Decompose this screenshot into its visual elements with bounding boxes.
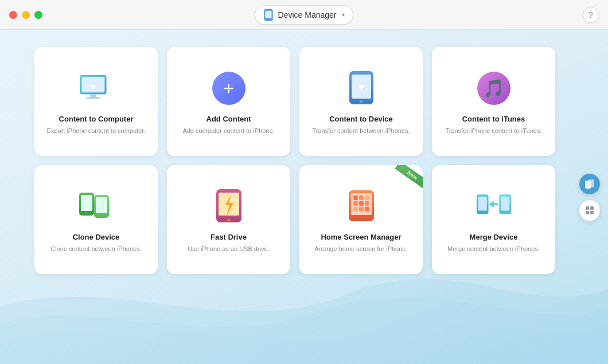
clone-device-icon [78,188,115,225]
card-title: Home Screen Manager [321,233,401,241]
svg-marker-40 [488,201,498,207]
help-button[interactable]: ? [583,7,599,23]
home-screen-icon [343,188,380,225]
card-desc: Transfer iPhone content to iTunes. [446,127,542,135]
svg-rect-13 [81,195,92,211]
card-fast-drive[interactable]: Fast Drive Use iPhone as an USB drive. [167,165,290,274]
card-home-screen-manager[interactable]: New [299,165,423,274]
svg-rect-4 [81,77,104,92]
maximize-button[interactable] [34,11,42,19]
sidebar-right [579,174,600,221]
svg-rect-26 [365,195,369,200]
card-desc: Export iPhone content to computer. [47,127,146,135]
wave-decoration [0,261,608,364]
card-content-to-device[interactable]: Content to Device Transfer content betwe… [299,47,423,156]
main-content: Content to Computer Export iPhone conten… [0,30,608,364]
content-to-itunes-icon: 🎵 [476,70,512,107]
card-title: Clone Device [73,233,120,241]
card-merge-device[interactable]: Merge Device Merge content between iPhon… [432,165,555,274]
svg-rect-25 [359,195,364,200]
traffic-lights [9,11,42,19]
chevron-down-icon: ▾ [342,11,345,18]
content-to-device-icon [343,70,380,107]
close-button[interactable] [9,11,17,19]
svg-point-10 [360,100,363,103]
svg-point-14 [85,212,88,214]
svg-point-36 [481,210,484,213]
svg-rect-43 [586,206,589,210]
phone-icon [263,9,274,21]
content-to-computer-icon [78,70,115,107]
card-title: Content to Computer [59,115,134,123]
card-desc: Transfer content between iPhones. [312,127,410,135]
svg-rect-29 [365,201,369,206]
card-desc: Merge content between iPhones. [447,245,540,253]
svg-point-2 [268,18,269,19]
svg-point-17 [100,214,103,217]
svg-rect-46 [590,211,594,214]
card-content-to-computer[interactable]: Content to Computer Export iPhone conten… [34,47,158,156]
svg-rect-45 [586,211,589,214]
svg-point-39 [504,210,506,213]
svg-rect-38 [501,197,509,210]
add-content-icon: + [211,70,247,107]
card-content-to-itunes[interactable]: 🎵 Content to iTunes Transfer iPhone cont… [432,47,555,156]
svg-rect-6 [89,94,96,97]
card-title: Content to Device [329,115,393,123]
svg-rect-44 [590,206,594,210]
grid-sidebar-button[interactable] [579,200,600,221]
svg-rect-7 [86,97,100,99]
svg-rect-1 [265,10,271,18]
device-icon [584,179,595,189]
svg-rect-30 [353,207,358,212]
svg-rect-31 [359,207,364,212]
svg-rect-32 [365,207,369,212]
device-sidebar-button[interactable] [579,174,600,194]
cards-grid: Content to Computer Export iPhone conten… [0,30,608,274]
title-label: Device Manager [278,10,337,19]
card-title: Add Content [206,115,251,123]
card-desc: Add computer content to iPhone. [182,127,274,135]
card-desc: Arrange home screen for iPhone. [314,245,407,253]
svg-point-20 [227,218,231,222]
card-clone-device[interactable]: Clone Device Clone content between iPhon… [34,165,158,274]
minimize-button[interactable] [22,11,30,19]
card-desc: Use iPhone as an USB drive. [188,245,269,253]
card-desc: Clone content between iPhones. [50,245,141,253]
svg-rect-27 [353,201,358,206]
svg-point-33 [360,217,363,220]
svg-rect-28 [359,201,364,206]
card-title: Fast Drive [211,233,247,241]
card-add-content[interactable]: + Add Content Add computer content to iP… [167,47,290,156]
card-title: Merge Device [470,233,518,241]
grid-icon [585,206,594,215]
help-label: ? [588,10,593,19]
svg-rect-35 [478,197,486,210]
new-badge: New [395,165,423,190]
merge-device-icon [476,188,512,225]
svg-rect-42 [588,179,594,187]
titlebar: Device Manager ▾ ? [0,0,608,30]
svg-rect-16 [96,197,107,213]
fast-drive-icon [211,188,247,225]
device-manager-dropdown[interactable]: Device Manager ▾ [255,5,354,25]
card-title: Content to iTunes [462,115,525,123]
svg-rect-24 [353,195,358,200]
